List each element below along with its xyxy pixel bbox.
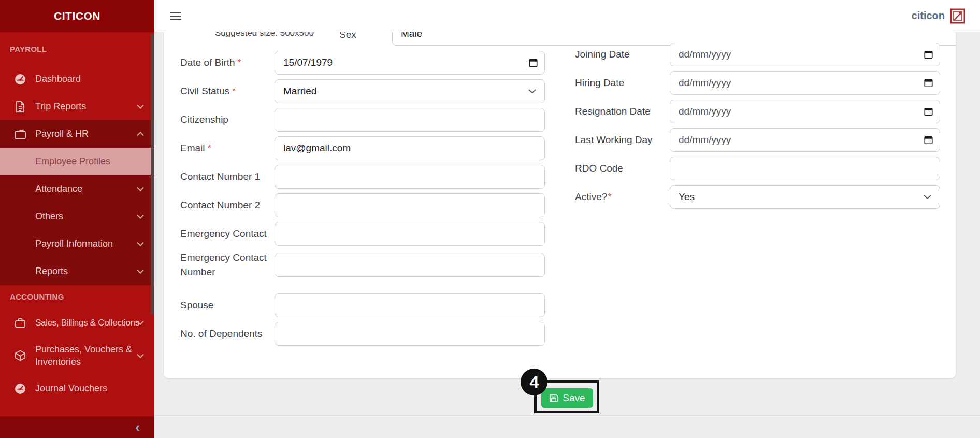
emergency-contact-input[interactable] xyxy=(275,222,545,246)
sidebar-item-label: Purchases, Vouchers & Inventories xyxy=(35,343,137,369)
sidebar-item-purchases-vouchers-inventories[interactable]: Purchases, Vouchers & Inventories xyxy=(0,336,154,375)
sidebar-item-label: Reports xyxy=(35,266,137,277)
sidebar-item-reports[interactable]: Reports xyxy=(0,258,154,285)
form-row-spouse: Spouse xyxy=(180,293,545,317)
chevron-down-icon xyxy=(137,214,144,219)
required-asterisk: * xyxy=(208,143,211,153)
field-label: Last Working Day xyxy=(575,134,653,145)
field-label: Email xyxy=(180,143,205,153)
calendar-icon[interactable] xyxy=(924,136,933,145)
form-row-civil-status: Civil Status* Married xyxy=(180,79,545,103)
main-area: citicon Suggested size: 500x500 Sex Male xyxy=(154,0,980,438)
form-row-last-working-day: Last Working Day xyxy=(575,128,940,152)
sidebar-item-others[interactable]: Others xyxy=(0,203,154,230)
field-label: Spouse xyxy=(180,300,213,310)
sex-select-value: Male xyxy=(401,32,422,39)
sidebar-item-payroll-information[interactable]: Payroll Information xyxy=(0,230,154,258)
save-button-label: Save xyxy=(563,392,585,404)
sidebar-scrollbar-thumb[interactable] xyxy=(151,34,154,315)
save-strip: 4 Save xyxy=(154,388,980,408)
sidebar: CITICON PAYROLL Dashboard Trip Reports xyxy=(0,0,154,438)
form-row-rdo-code: RDO Code xyxy=(575,157,940,180)
sidebar-item-sales-billings-collections[interactable]: Sales, Billings & Collections xyxy=(0,309,154,336)
form-row-emergency-contact: Emergency Contact xyxy=(180,222,545,246)
civil-status-value: Married xyxy=(283,86,316,97)
required-asterisk: * xyxy=(608,191,611,202)
sidebar-collapse-button[interactable]: ‹ xyxy=(135,420,140,434)
save-button[interactable]: Save xyxy=(541,388,593,408)
citizenship-input[interactable] xyxy=(275,108,545,132)
brand-logo-icon xyxy=(950,8,965,24)
field-label: Resignation Date xyxy=(575,106,651,117)
chevron-down-icon xyxy=(528,89,536,94)
chevron-up-icon xyxy=(137,132,144,136)
sidebar-item-attendance[interactable]: Attendance xyxy=(0,175,154,203)
form-columns: Date of Birth* Civil Status* Married xyxy=(180,51,939,350)
floppy-save-icon xyxy=(549,393,558,403)
sidebar-item-employee-profiles[interactable]: Employee Profiles xyxy=(0,148,154,175)
briefcase-icon xyxy=(13,316,27,330)
field-label: Date of Birth xyxy=(180,57,235,68)
sidebar-item-label: Trip Reports xyxy=(35,101,137,112)
active-select[interactable]: Yes xyxy=(670,185,940,209)
save-annotation-wrapper: 4 Save xyxy=(541,388,593,408)
date-of-birth-input[interactable] xyxy=(275,51,545,75)
email-input[interactable] xyxy=(275,136,545,160)
spouse-input[interactable] xyxy=(275,293,545,317)
form-row-date-of-birth: Date of Birth* xyxy=(180,51,545,75)
sidebar-item-label: Journal Vouchers xyxy=(35,383,144,394)
form-row-contact-number-1: Contact Number 1 xyxy=(180,165,545,189)
bottom-divider xyxy=(154,415,980,416)
form-row-emergency-contact-number: Emergency Contact Number xyxy=(180,250,545,279)
sidebar-item-payroll-hr[interactable]: Payroll & HR xyxy=(0,120,154,148)
field-label: Sex xyxy=(339,32,356,40)
field-label: Hiring Date xyxy=(575,77,624,88)
sidebar-item-label: Attendance xyxy=(35,183,137,194)
calendar-icon[interactable] xyxy=(924,79,933,88)
sidebar-item-label: Payroll & HR xyxy=(35,129,137,139)
sidebar-item-trip-reports[interactable]: Trip Reports xyxy=(0,93,154,120)
form-row-citizenship: Citizenship xyxy=(180,108,545,132)
form-row-resignation-date: Resignation Date xyxy=(575,100,940,123)
last-working-day-input[interactable] xyxy=(670,128,940,152)
form-row-contact-number-2: Contact Number 2 xyxy=(180,193,545,217)
topbar-brand-text: citicon xyxy=(912,10,945,22)
sidebar-section-accounting: ACCOUNTING xyxy=(10,292,154,305)
rdo-code-input[interactable] xyxy=(670,157,940,180)
field-label: Emergency Contact Number xyxy=(180,252,267,277)
calendar-icon[interactable] xyxy=(924,50,933,59)
civil-status-select[interactable]: Married xyxy=(275,79,545,103)
contact-number-2-input[interactable] xyxy=(275,193,545,217)
hiring-date-input[interactable] xyxy=(670,71,940,95)
contact-number-1-input[interactable] xyxy=(275,165,545,189)
calendar-icon[interactable] xyxy=(924,107,933,116)
chevron-down-icon xyxy=(137,354,144,358)
wallet-icon xyxy=(13,128,27,141)
no-of-dependents-input[interactable] xyxy=(275,322,545,346)
sidebar-item-label: Employee Profiles xyxy=(35,156,144,167)
sidebar-item-label: Dashboard xyxy=(35,74,144,84)
form-row-no-of-dependents: No. of Dependents xyxy=(180,322,545,346)
sidebar-item-journal-vouchers[interactable]: Journal Vouchers xyxy=(0,375,154,402)
sidebar-group-payroll-hr: Payroll & HR Employee Profiles Attendanc… xyxy=(0,120,154,285)
calendar-icon[interactable] xyxy=(529,59,538,67)
menu-toggle-button[interactable] xyxy=(170,10,181,22)
active-select-value: Yes xyxy=(679,191,695,203)
field-label: No. of Dependents xyxy=(180,328,262,339)
form-row-email: Email* xyxy=(180,136,545,160)
app-root: CITICON PAYROLL Dashboard Trip Reports xyxy=(0,0,980,438)
field-label: Contact Number 2 xyxy=(180,200,260,210)
emergency-contact-number-input[interactable] xyxy=(275,253,545,277)
file-report-icon xyxy=(13,100,27,114)
field-label: Contact Number 1 xyxy=(180,171,260,182)
sidebar-item-label: Others xyxy=(35,211,137,222)
sidebar-item-dashboard[interactable]: Dashboard xyxy=(0,65,154,93)
gauge-icon xyxy=(13,382,27,395)
resignation-date-input[interactable] xyxy=(670,100,940,123)
cube-icon xyxy=(13,349,27,362)
field-label: RDO Code xyxy=(575,163,623,174)
field-label: Citizenship xyxy=(180,114,228,125)
topbar-brand[interactable]: citicon xyxy=(912,8,965,24)
chevron-down-icon xyxy=(137,242,144,246)
joining-date-input[interactable] xyxy=(670,43,940,66)
